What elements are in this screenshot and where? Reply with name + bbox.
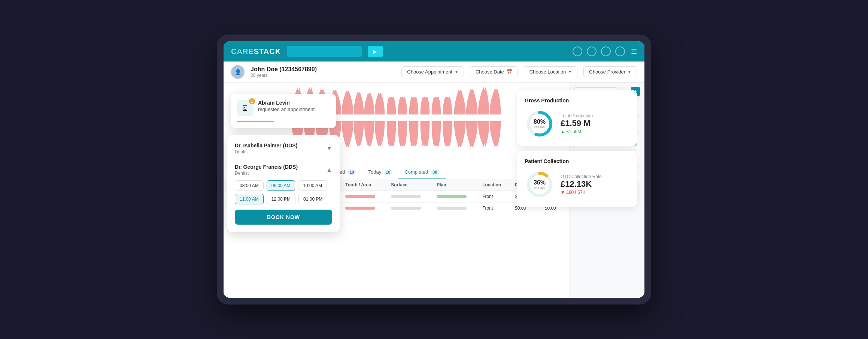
col-location: Location <box>478 179 510 191</box>
notif-person-name: Abram Levin <box>258 100 316 106</box>
tab-completed-badge: 30 <box>430 170 439 175</box>
time-btn-0800[interactable]: 08:00 AM <box>235 180 264 191</box>
doctor2-name: Dr. George Francis (DDS) <box>235 164 298 170</box>
calendar-icon: 📅 <box>506 69 512 75</box>
chevron-down-icon: ▼ <box>455 70 458 74</box>
choose-date-label: Choose Date <box>476 69 504 75</box>
collection-total-amount: £12.13K <box>561 179 602 189</box>
gross-sub: vs Goal <box>534 125 546 129</box>
chevron-down-icon-doc1[interactable]: ▼ <box>326 145 332 152</box>
gross-production-values: Total Production £1.59 M ▲ £1.59M <box>561 113 593 134</box>
surface-bar-2 <box>391 207 421 210</box>
gross-total-label: Total Production <box>561 113 593 118</box>
col-plan: Plan <box>432 179 478 191</box>
search-input[interactable] <box>287 46 362 57</box>
top-nav: CARESTACK ▶ ☰ <box>224 41 644 62</box>
tooth-bar-2 <box>345 207 375 210</box>
choose-appointment-btn[interactable]: Choose Appointment ▼ <box>401 66 464 77</box>
tab-completed[interactable]: Completed 30 <box>398 165 445 179</box>
row1-plan <box>432 191 478 202</box>
choose-location-label: Choose Location <box>529 69 566 75</box>
device-frame: CARESTACK ▶ ☰ 👤 John Doe (1234567890) 20… <box>217 34 651 304</box>
gross-total-amount: £1.59 M <box>561 118 593 128</box>
collection-sub: vs Goal <box>534 186 546 190</box>
chevron-up-icon-doc2[interactable]: ▲ <box>326 166 332 173</box>
patient-age: 20 years <box>251 73 395 78</box>
tab-completed-label: Completed <box>404 169 428 175</box>
doctor1-title: Dentist <box>235 149 297 154</box>
gross-production-title: Gross Production <box>525 98 629 104</box>
donut-label-gross: 80% vs Goal <box>534 118 546 129</box>
patient-collection-content: 36% vs Goal OTC Collection Rate £12.13K … <box>525 170 629 200</box>
tab-today-badge: 10 <box>383 170 392 175</box>
logo-stack: STACK <box>254 47 281 56</box>
time-btn-0900[interactable]: 09:00 AM <box>267 180 295 191</box>
nav-circle-1[interactable] <box>573 46 582 56</box>
device-screen: CARESTACK ▶ ☰ 👤 John Doe (1234567890) 20… <box>224 41 644 298</box>
doctor2-section: Dr. George Francis (DDS) Dentist ▲ <box>235 164 332 176</box>
doctor1-name: Dr. Isabella Palmer (DDS) <box>235 142 297 148</box>
notif-header: 🗓 1 Abram Levin requested an appointment… <box>237 100 330 116</box>
choose-location-btn[interactable]: Choose Location ▼ <box>524 66 577 77</box>
nav-circles <box>573 46 625 56</box>
patient-collection-card: Patient Collection 36% vs Goal OTC C <box>517 151 637 207</box>
notification-card: 🗓 1 Abram Levin requested an appointment… <box>231 94 336 128</box>
patient-collection-donut: 36% vs Goal <box>525 170 555 200</box>
tab-today[interactable]: Today 10 <box>362 165 398 179</box>
choose-provider-label: Choose Provider <box>589 69 625 75</box>
search-button[interactable]: ▶ <box>368 46 383 57</box>
donut-label-collection: 36% vs Goal <box>534 179 546 190</box>
col-surface: Surface <box>386 179 432 191</box>
app-logo: CARESTACK <box>231 47 281 56</box>
notif-icon: 🗓 1 <box>237 100 254 116</box>
patient-avatar: 👤 <box>231 65 245 79</box>
col-tooth: Tooth / Area <box>341 179 386 191</box>
patient-info: John Doe (1234567890) 20 years <box>251 66 395 78</box>
nav-circle-3[interactable] <box>601 46 611 56</box>
doctor1-section: Dr. Isabella Palmer (DDS) Dentist ▼ <box>235 142 332 159</box>
notif-text: Abram Levin requested an appointment. <box>258 100 316 112</box>
patient-header: 👤 John Doe (1234567890) 20 years Choose … <box>224 62 644 82</box>
chevron-down-icon-3: ▼ <box>628 70 631 74</box>
nav-circle-2[interactable] <box>587 46 597 56</box>
collection-total-label: OTC Collection Rate <box>561 174 602 179</box>
choose-appointment-label: Choose Appointment <box>407 69 452 75</box>
patient-name: John Doe (1234567890) <box>251 66 395 73</box>
chevron-down-icon-2: ▼ <box>568 70 572 74</box>
plan-bar-2 <box>437 207 467 210</box>
row2-location: Front <box>478 202 510 214</box>
row2-tooth <box>341 202 386 214</box>
gross-pct: 80% <box>534 118 546 125</box>
metrics-panel: Gross Production 80% vs Goal Total P <box>517 90 637 207</box>
row1-location: Front <box>478 191 510 202</box>
time-btn-1000[interactable]: 10:00 AM <box>298 180 327 191</box>
row2-plan <box>432 202 478 214</box>
time-btn-1200[interactable]: 12:00 PM <box>267 194 295 204</box>
notif-message: requested an appointment. <box>258 106 316 112</box>
row1-surface <box>386 191 432 202</box>
book-now-button[interactable]: BOOK NOW <box>235 210 332 225</box>
gross-delta: ▲ £1.59M <box>561 129 593 134</box>
plan-bar <box>437 195 467 198</box>
nav-circle-4[interactable] <box>615 46 625 56</box>
logo-care: CARE <box>231 47 254 56</box>
hamburger-menu-icon[interactable]: ☰ <box>631 47 637 56</box>
choose-provider-btn[interactable]: Choose Provider ▼ <box>583 66 637 77</box>
doctor1-info: Dr. Isabella Palmer (DDS) Dentist <box>235 142 297 154</box>
appointment-card: Dr. Isabella Palmer (DDS) Dentist ▼ Dr. … <box>227 135 340 232</box>
row2-surface <box>386 202 432 214</box>
time-btn-1100[interactable]: 11:00 AM <box>235 194 264 204</box>
gross-production-content: 80% vs Goal Total Production £1.59 M ▲ £… <box>525 109 629 139</box>
patient-collection-values: OTC Collection Rate £12.13K ▼ £804.57K <box>561 174 602 195</box>
time-slots: 08:00 AM 09:00 AM 10:00 AM 11:00 AM 12:0… <box>235 180 332 204</box>
doctor2-title: Dentist <box>235 171 298 176</box>
tooth-bar <box>345 195 375 198</box>
row1-tooth <box>341 191 386 202</box>
notif-progress-bar <box>237 121 274 122</box>
collection-pct: 36% <box>534 179 546 186</box>
collection-delta: ▼ £804.57K <box>561 190 602 195</box>
choose-date-btn[interactable]: Choose Date 📅 <box>470 66 518 77</box>
gross-production-donut: 80% vs Goal <box>525 109 555 139</box>
patient-collection-title: Patient Collection <box>525 158 629 164</box>
time-btn-0100[interactable]: 01:00 PM <box>298 194 327 204</box>
